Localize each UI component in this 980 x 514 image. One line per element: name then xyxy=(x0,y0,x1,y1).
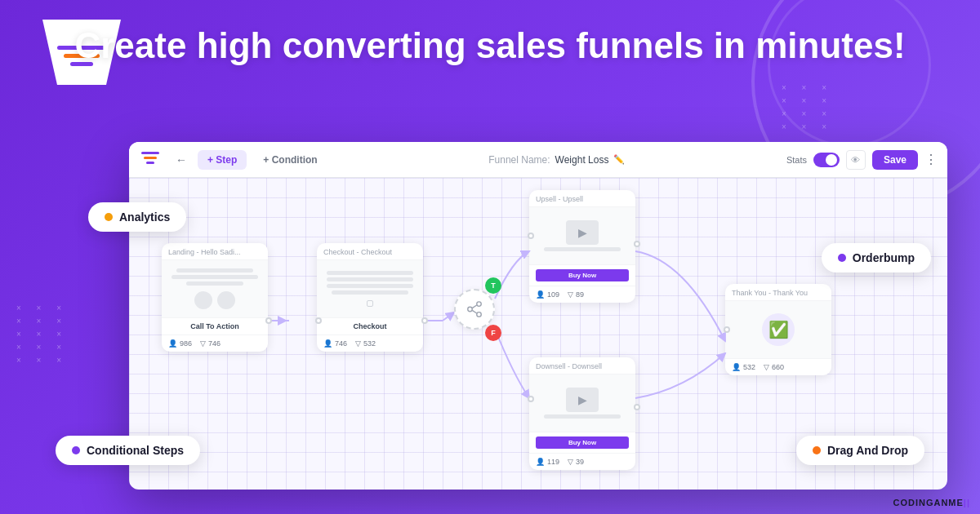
mock-line xyxy=(327,277,413,281)
thankyou-node-preview: ✅ xyxy=(725,301,831,358)
stats-toggle[interactable] xyxy=(813,153,840,167)
dots-pattern-bl: × × ×× × ×× × ×× × ×× × × xyxy=(16,302,68,367)
upsell-node[interactable]: Upsell - Upsell ▶ Buy Now 👤 109 ▽ 89 xyxy=(529,190,635,303)
thankyou-stat-visitors: 👤 532 xyxy=(732,363,755,371)
downsell-node-preview: ▶ xyxy=(529,374,635,432)
mock-line xyxy=(327,284,413,288)
add-step-button[interactable]: + Step xyxy=(198,150,247,170)
toolbar: ← + Step + Condition Funnel Name: Weight… xyxy=(129,142,947,178)
conn-dot-checkout-left xyxy=(315,317,322,324)
checkout-node-preview xyxy=(317,260,423,317)
analytics-pill: Analytics xyxy=(88,202,186,232)
upsell-stats: 👤 109 ▽ 89 xyxy=(529,286,635,303)
upsell-node-header: Upsell - Upsell xyxy=(529,190,635,207)
back-button[interactable]: ← xyxy=(172,150,191,170)
save-button[interactable]: Save xyxy=(872,150,918,170)
mock-checkbox xyxy=(367,300,373,307)
svg-line-4 xyxy=(443,312,454,321)
landing-stat-visitors: 👤 986 xyxy=(168,339,192,348)
mock-circle xyxy=(194,291,212,309)
funnel-name: Funnel Name: Weight Loss ✏️ xyxy=(488,154,625,166)
stats-label: Stats xyxy=(786,155,807,165)
upsell-stat-conversions: ▽ 89 xyxy=(568,290,584,299)
checkout-stat-visitors: 👤 746 xyxy=(323,339,347,348)
funnel-name-value: Weight Loss xyxy=(555,154,609,166)
checkout-stat-conversions: ▽ 532 xyxy=(355,339,376,348)
add-condition-button[interactable]: + Condition xyxy=(253,150,327,170)
toolbar-right: Stats 👁 Save ⋮ xyxy=(786,150,938,170)
tb-logo-line-2 xyxy=(144,157,157,159)
downsell-node[interactable]: Downsell - Downsell ▶ Buy Now 👤 119 ▽ 39 xyxy=(529,357,635,470)
downsell-cta: Buy Now xyxy=(529,432,635,453)
mock-circles xyxy=(194,291,235,309)
thankyou-node[interactable]: Thank You - Thank You ✅ 👤 532 ▽ 660 xyxy=(725,284,831,375)
conditional-dot xyxy=(72,446,80,454)
conn-dot-upsell-right xyxy=(634,241,640,247)
mock-circle xyxy=(217,291,235,309)
thankyou-stats: 👤 532 ▽ 660 xyxy=(725,358,831,375)
landing-cta: Call To Action xyxy=(162,317,268,335)
upsell-node-preview: ▶ xyxy=(529,207,635,264)
hero-title: Create high converting sales funnels in … xyxy=(0,24,980,68)
conn-dot-downsell-right xyxy=(634,404,640,410)
toolbar-logo xyxy=(139,152,162,168)
dots-pattern-tr: × × ×× × ×× × ×× × × xyxy=(782,82,833,134)
svg-point-5 xyxy=(477,302,482,307)
landing-node-header: Landing - Hello Sadi... xyxy=(162,243,268,260)
condition-share-icon xyxy=(466,300,483,318)
checkmark-icon: ✅ xyxy=(762,313,795,346)
mock-video: ▶ xyxy=(566,220,599,245)
edit-icon[interactable]: ✏️ xyxy=(613,154,625,165)
conn-dot-landing-right xyxy=(265,317,272,324)
landing-stats: 👤 986 ▽ 746 xyxy=(162,335,268,352)
conditional-label: Conditional Steps xyxy=(87,444,184,457)
thankyou-node-header: Thank You - Thank You xyxy=(725,284,831,301)
tb-logo-line-1 xyxy=(141,152,159,154)
mock-line xyxy=(544,247,621,251)
landing-node-preview xyxy=(162,260,268,317)
more-button[interactable]: ⋮ xyxy=(924,152,938,167)
orderbump-pill: Orderbump xyxy=(822,243,931,273)
view-icon[interactable]: 👁 xyxy=(846,150,866,170)
orderbump-label: Orderbump xyxy=(853,251,915,264)
checkout-node[interactable]: Checkout - Checkout Checkout 👤 746 ▽ xyxy=(317,243,423,352)
downsell-node-header: Downsell - Downsell xyxy=(529,357,635,374)
svg-point-6 xyxy=(477,312,482,317)
conn-dot-checkout-right xyxy=(421,317,428,324)
orderbump-dot xyxy=(838,254,846,262)
mock-video-2: ▶ xyxy=(566,388,599,412)
dragdrop-pill: Drag And Drop xyxy=(796,436,924,465)
downsell-stat-visitors: 👤 119 xyxy=(536,458,559,466)
thankyou-stat-conversions: ▽ 660 xyxy=(764,363,784,371)
condition-true: T xyxy=(485,277,501,294)
mock-line xyxy=(172,275,258,279)
conn-dot-upsell-left xyxy=(528,233,534,239)
landing-node[interactable]: Landing - Hello Sadi... Call To Action 👤… xyxy=(162,243,268,352)
svg-line-8 xyxy=(472,305,477,308)
svg-line-9 xyxy=(472,310,477,313)
tb-logo-line-3 xyxy=(146,162,154,164)
hero-section: Create high converting sales funnels in … xyxy=(0,24,980,68)
analytics-label: Analytics xyxy=(119,210,170,224)
downsell-stats: 👤 119 ▽ 39 xyxy=(529,453,635,470)
conn-dot-downsell-left xyxy=(528,396,534,402)
checkout-node-header: Checkout - Checkout xyxy=(317,243,423,260)
mock-line xyxy=(176,268,253,273)
dragdrop-label: Drag And Drop xyxy=(827,444,908,457)
downsell-stat-conversions: ▽ 39 xyxy=(568,458,584,466)
checkout-stats: 👤 746 ▽ 532 xyxy=(317,335,423,352)
conn-dot-thankyou-left xyxy=(724,326,730,333)
condition-false: F xyxy=(485,325,501,341)
condition-hub[interactable]: T F xyxy=(454,289,495,330)
upsell-stat-visitors: 👤 109 xyxy=(536,290,559,299)
landing-stat-conversions: ▽ 746 xyxy=(200,339,220,348)
condition-circle xyxy=(454,289,495,330)
mock-line xyxy=(544,414,621,419)
watermark: CODINGANME|| xyxy=(893,498,970,507)
funnel-name-label: Funnel Name: xyxy=(488,154,550,166)
mock-line xyxy=(186,281,244,286)
conditional-pill: Conditional Steps xyxy=(56,436,200,465)
mock-line xyxy=(327,271,413,275)
analytics-dot xyxy=(105,213,113,221)
watermark-highlight: || xyxy=(964,498,970,507)
